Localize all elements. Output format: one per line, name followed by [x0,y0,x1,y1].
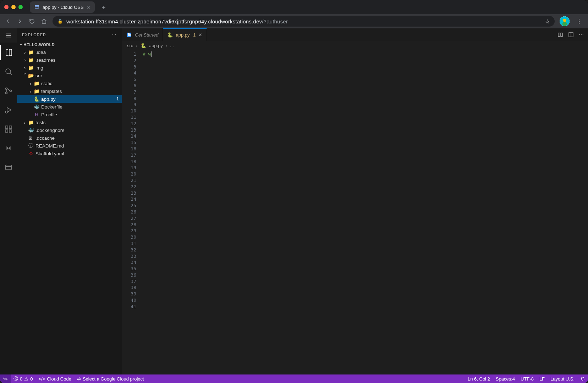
search-icon[interactable] [0,64,17,79]
svg-rect-8 [5,130,8,132]
new-tab-button[interactable]: ＋ [98,3,110,11]
browser-tab-title: app.py - Cloud OSS [43,5,84,10]
svg-point-2 [6,88,7,90]
svg-rect-13 [128,34,131,35]
tree-file-app-py[interactable]: 🐍app.py1 [17,95,122,103]
sidebar-section[interactable]: › HELLO-WORLD [17,41,122,48]
modified-badge: 1 [193,33,196,38]
error-icon: ⓧ [13,376,18,382]
status-eol[interactable]: LF [537,374,548,383]
tree-folder-idea[interactable]: ›📁.idea [17,48,122,56]
cloud-code-icon[interactable] [0,140,17,156]
more-icon[interactable]: ⋯ [579,32,584,38]
tree-file-readme[interactable]: ⓘREADME.md [17,142,122,150]
url-text: workstation-lf31smn4.cluster-zpbeimon7vd… [66,18,288,24]
tab-get-started[interactable]: Get Started [122,28,163,41]
svg-point-1 [6,69,11,74]
status-bar: ⓧ0 ⚠0 </> Cloud Code ⇄ Select a Google C… [0,374,588,383]
sidebar-more-icon[interactable]: ⋯ [112,33,117,37]
svg-rect-0 [35,5,39,8]
tree-file-skaffold[interactable]: ⚙Skaffold.yaml [17,150,122,157]
file-tree: ›📁.idea ›📁.readmes ›📁img ›📂src ›📁static … [17,48,122,157]
svg-rect-6 [5,126,8,128]
breadcrumbs[interactable]: src › 🐍 app.py › ... [122,41,588,50]
source-control-icon[interactable] [0,83,17,99]
chrome-menu-icon[interactable]: ⋮ [575,17,584,25]
svg-point-3 [6,92,7,94]
tree-folder-static[interactable]: ›📁static [17,79,122,87]
get-started-icon [126,32,132,38]
status-cloud-code[interactable]: </> Cloud Code [35,374,74,383]
svg-point-4 [10,90,12,92]
profile-avatar[interactable] [560,16,570,26]
svg-rect-16 [561,33,562,37]
svg-rect-9 [9,130,12,132]
tab-app-py[interactable]: 🐍 app.py 1 ✕ [163,28,207,41]
svg-rect-15 [558,33,560,37]
status-select-project[interactable]: ⇄ Select a Google Cloud project [74,374,147,383]
window-close-icon[interactable] [4,5,9,9]
tree-file-dccache[interactable]: 🗎.dccache [17,134,122,142]
svg-rect-7 [9,126,12,128]
gutter: 1234567891011121314151617181920212223242… [122,50,140,374]
status-bell-icon[interactable] [577,374,588,383]
remote-indicator[interactable] [0,374,11,383]
swap-icon: ⇄ [77,376,81,382]
vscode-icon [34,4,40,10]
explorer-icon[interactable] [0,45,17,60]
svg-rect-10 [6,165,12,170]
status-layout[interactable]: Layout:U.S. [548,374,577,383]
browser-tab[interactable]: app.py - Cloud OSS ✕ [30,1,95,13]
split-editor-icon[interactable] [568,32,574,38]
sidebar: EXPLORER ⋯ › HELLO-WORLD ›📁.idea ›📁.read… [17,28,122,374]
python-icon: 🐍 [141,43,146,48]
back-icon[interactable] [4,18,11,25]
forward-icon[interactable] [16,18,23,25]
tree-file-dockerfile[interactable]: 🐳Dockerfile [17,103,122,111]
reload-icon[interactable] [28,18,35,25]
extensions-icon[interactable] [0,121,17,137]
tree-folder-readmes[interactable]: ›📁.readmes [17,56,122,64]
home-icon[interactable] [40,18,48,25]
tree-folder-src[interactable]: ›📂src [17,72,122,79]
python-icon: 🐍 [167,32,173,38]
code-icon: </> [38,376,45,382]
status-indent[interactable]: Spaces:4 [493,374,518,383]
address-bar[interactable]: 🔒 workstation-lf31smn4.cluster-zpbeimon7… [53,16,555,27]
close-icon[interactable]: ✕ [198,32,202,38]
close-icon[interactable]: ✕ [87,5,90,10]
run-debug-icon[interactable] [0,102,17,118]
compare-icon[interactable] [557,32,563,38]
code-editor[interactable]: 1234567891011121314151617181920212223242… [122,50,588,374]
tree-file-procfile[interactable]: HProcfile [17,111,122,118]
lock-icon: 🔒 [57,19,63,24]
hamburger-icon[interactable] [0,28,17,43]
browser-tabbar: app.py - Cloud OSS ✕ ＋ [0,0,588,14]
traffic-lights [4,5,23,9]
tree-file-dockerignore[interactable]: 🐳.dockerignore [17,126,122,134]
output-icon[interactable] [0,160,17,175]
tree-folder-tests[interactable]: ›📁tests [17,118,122,126]
window-min-icon[interactable] [11,5,16,9]
browser-toolbar: 🔒 workstation-lf31smn4.cluster-zpbeimon7… [0,14,588,28]
editor-tabs: Get Started 🐍 app.py 1 ✕ ⋯ [122,28,588,41]
code-lines[interactable]: # w [140,50,588,374]
editor: Get Started 🐍 app.py 1 ✕ ⋯ [122,28,588,374]
status-problems[interactable]: ⓧ0 ⚠0 [11,374,35,383]
svg-rect-12 [128,33,130,34]
sidebar-header: EXPLORER ⋯ [17,28,122,41]
tree-folder-img[interactable]: ›📁img [17,64,122,72]
window-max-icon[interactable] [18,5,23,9]
status-encoding[interactable]: UTF-8 [518,374,537,383]
status-cursor-pos[interactable]: Ln 6, Col 2 [465,374,493,383]
bookmark-icon[interactable]: ☆ [545,18,550,25]
activity-bar [0,43,17,175]
svg-rect-14 [128,35,131,36]
tree-folder-templates[interactable]: ›📁templates [17,87,122,95]
sidebar-title: EXPLORER [22,33,46,37]
warning-icon: ⚠ [24,376,28,382]
